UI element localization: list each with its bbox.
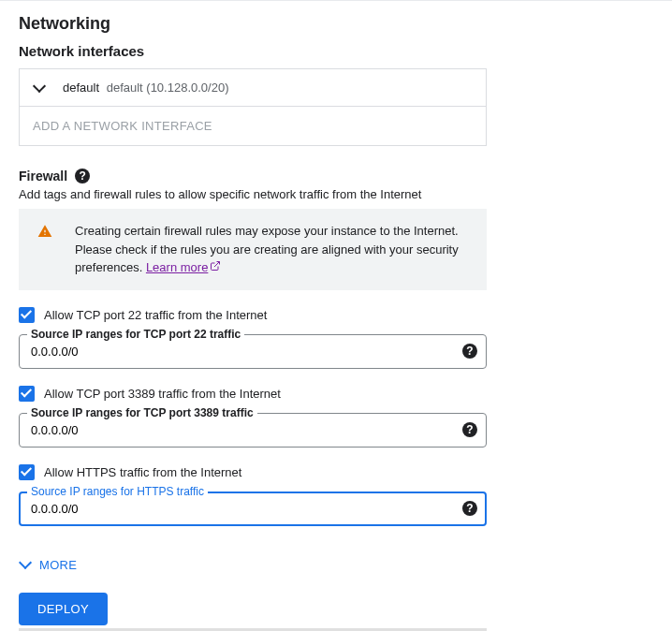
chevron-down-icon — [33, 81, 46, 95]
learn-more-link[interactable]: Learn more — [146, 258, 221, 277]
network-interfaces-heading: Network interfaces — [19, 43, 653, 59]
allow-tcp-3389-checkbox-row[interactable]: Allow TCP port 3389 traffic from the Int… — [19, 386, 653, 402]
allow-https-label: Allow HTTPS traffic from the Internet — [44, 465, 241, 479]
source-ip-tcp-22-label: Source IP ranges for TCP port 22 traffic — [27, 328, 244, 341]
interface-detail: default (10.128.0.0/20) — [107, 81, 229, 95]
more-toggle[interactable]: MORE — [19, 558, 653, 572]
warning-text: Creating certain firewall rules may expo… — [75, 222, 472, 277]
warning-icon — [37, 222, 52, 277]
add-network-interface-button: ADD A NETWORK INTERFACE — [20, 106, 486, 145]
more-label: MORE — [39, 558, 77, 572]
firewall-subtext: Add tags and firewall rules to allow spe… — [19, 187, 487, 201]
checkbox-checked-icon — [19, 464, 35, 480]
help-icon[interactable]: ? — [462, 344, 477, 359]
page-title: Networking — [19, 14, 653, 34]
allow-https-checkbox-row[interactable]: Allow HTTPS traffic from the Internet — [19, 464, 653, 480]
help-icon[interactable]: ? — [75, 169, 90, 183]
allow-tcp-3389-label: Allow TCP port 3389 traffic from the Int… — [44, 387, 281, 401]
interface-name: default — [63, 81, 99, 95]
firewall-warning-banner: Creating certain firewall rules may expo… — [19, 209, 487, 290]
chevron-down-icon — [19, 558, 32, 571]
interface-label: default default (10.128.0.0/20) — [63, 81, 229, 95]
source-ip-tcp-22-field: Source IP ranges for TCP port 22 traffic… — [19, 334, 487, 369]
allow-tcp-22-label: Allow TCP port 22 traffic from the Inter… — [44, 308, 267, 322]
help-icon[interactable]: ? — [462, 422, 477, 437]
external-link-icon — [210, 260, 221, 276]
source-ip-tcp-3389-label: Source IP ranges for TCP port 3389 traff… — [27, 406, 257, 419]
help-icon[interactable]: ? — [462, 501, 477, 516]
source-ip-https-field: Source IP ranges for HTTPS traffic ? — [19, 492, 487, 526]
source-ip-tcp-3389-field: Source IP ranges for TCP port 3389 traff… — [19, 413, 487, 448]
deploy-button[interactable]: DEPLOY — [19, 593, 108, 625]
source-ip-https-label: Source IP ranges for HTTPS traffic — [27, 485, 208, 498]
firewall-heading: Firewall ? — [19, 169, 653, 183]
allow-tcp-22-checkbox-row[interactable]: Allow TCP port 22 traffic from the Inter… — [19, 307, 653, 323]
firewall-title-text: Firewall — [19, 169, 67, 183]
checkbox-checked-icon — [19, 386, 35, 402]
interface-row-default[interactable]: default default (10.128.0.0/20) — [20, 69, 486, 106]
network-interfaces-panel: default default (10.128.0.0/20) ADD A NE… — [19, 68, 487, 146]
checkbox-checked-icon — [19, 307, 35, 323]
svg-line-0 — [214, 261, 220, 267]
